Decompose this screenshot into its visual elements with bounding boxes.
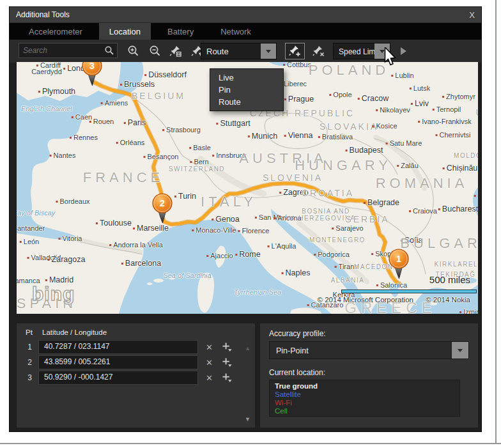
map-label: Vienna	[284, 131, 313, 140]
map-label: Rennes	[70, 134, 98, 141]
map-label: ROMANIA	[376, 175, 468, 192]
route-pin-1[interactable]: 1	[385, 249, 413, 284]
map-label: Amiens	[101, 99, 128, 107]
city-dot	[391, 75, 393, 77]
chevron-down-icon[interactable]	[261, 43, 276, 59]
map-label: L'Aquila	[268, 242, 297, 250]
map-label: Nantes	[50, 151, 76, 159]
latlng-input[interactable]: 40.7287 / 023.1147	[38, 340, 198, 354]
map-label: CROATIA	[302, 188, 354, 198]
city-dot	[116, 142, 118, 144]
pin-clear-icon	[312, 45, 325, 58]
accuracy-profile-value: Pin-Point	[270, 342, 452, 359]
point-index: 3	[20, 373, 32, 382]
map-mode-dropdown[interactable]: Route	[201, 43, 277, 59]
map-label: SLOVAKIA	[320, 121, 378, 132]
search-box[interactable]	[19, 43, 118, 58]
close-icon[interactable]: X	[469, 11, 475, 19]
speed-limit-value: Speed Limit	[334, 43, 374, 59]
map-label: Andorra la Vella	[109, 241, 163, 249]
city-dot	[283, 64, 285, 66]
city-dot	[410, 88, 412, 89]
locate-point-button[interactable]	[222, 373, 233, 383]
option-pin[interactable]: Pin	[210, 84, 283, 96]
latlng-input[interactable]: 50.9290 / -000.1427	[38, 371, 198, 385]
city-dot	[45, 279, 47, 281]
points-scrollbar[interactable]: ▲ ▼	[243, 341, 252, 424]
locate-point-button[interactable]	[222, 342, 233, 353]
add-point-button[interactable]	[285, 43, 305, 59]
map-label: MOLDOVA	[454, 152, 478, 159]
locate-point-button[interactable]	[222, 357, 233, 368]
city-dot	[314, 254, 316, 256]
tab-location[interactable]: Location	[99, 23, 151, 40]
frame-shadow-bottom	[0, 443, 501, 444]
map-label: Bordeaux	[56, 197, 89, 205]
city-dot	[474, 195, 476, 197]
map-label: Monaco-Ville	[192, 226, 236, 234]
map-label: SERBIA	[345, 214, 389, 224]
location-source-satellite: Satellite	[275, 390, 454, 399]
city-dot	[436, 134, 438, 136]
additional-tools-window: Additional Tools X AccelerometerLocation…	[9, 6, 482, 432]
map-label: Rouen	[89, 118, 114, 125]
zoom-out-button[interactable]	[146, 43, 164, 59]
city-dot	[48, 259, 50, 261]
map-label: Barcelona	[121, 259, 161, 268]
map-label: Bucharest	[438, 205, 478, 213]
point-index: 2	[20, 358, 32, 367]
title-bar: Additional Tools X	[10, 7, 481, 23]
accuracy-profile-label: Accuracy profile:	[269, 329, 326, 338]
route-pin-2[interactable]: 2	[148, 193, 176, 229]
attribution-microsoft: © 2014 Microsoft Corporation	[318, 296, 413, 304]
location-source-true-ground: True ground	[275, 382, 454, 390]
city-dot	[372, 125, 374, 127]
latlng-input[interactable]: 43.8599 / 005.2261	[38, 355, 198, 369]
delete-point-button[interactable]: ✕	[206, 358, 213, 367]
map-label: Chernivtsi	[436, 131, 471, 139]
tab-accelerometer[interactable]: Accelerometer	[19, 23, 93, 40]
clear-points-button[interactable]	[310, 43, 328, 59]
chevron-down-icon[interactable]	[452, 342, 468, 359]
map-label: Bratislava	[318, 133, 353, 141]
city-dot	[59, 238, 61, 240]
window-title: Additional Tools	[16, 10, 70, 19]
accuracy-profile-dropdown[interactable]: Pin-Point	[269, 341, 469, 359]
map-label: Toulouse	[96, 219, 132, 228]
option-live[interactable]: Live	[210, 72, 283, 84]
zoom-in-button[interactable]	[125, 43, 143, 59]
delete-point-button[interactable]: ✕	[206, 343, 213, 352]
scroll-up-icon[interactable]: ▲	[245, 345, 250, 351]
route-pin-3[interactable]: 3	[78, 62, 106, 91]
map-label: Nikolayev	[376, 106, 410, 114]
delete-point-button[interactable]: ✕	[206, 373, 213, 383]
map-label: Cottbus	[283, 62, 311, 68]
scroll-down-icon[interactable]: ▼	[245, 416, 250, 422]
city-dot	[89, 121, 91, 123]
city-dot	[120, 84, 122, 86]
city-dot	[364, 202, 366, 204]
speed-limit-dropdown[interactable]: Speed Limit	[333, 43, 390, 59]
save-points-button[interactable]	[167, 43, 185, 59]
tab-network[interactable]: Network	[210, 23, 261, 40]
svg-text:2: 2	[160, 198, 165, 208]
map-label: ALBANIA	[331, 277, 365, 284]
point-row: 243.8599 / 005.2261✕	[17, 356, 238, 369]
city-dot	[109, 244, 111, 246]
points-panel: Pt Latitude / Longitude 140.7287 / 023.1…	[17, 323, 255, 428]
map-label: Craiova	[409, 207, 437, 215]
map-label: Santander	[17, 224, 45, 232]
map-label: Turin	[174, 192, 196, 201]
search-input[interactable]	[19, 46, 104, 55]
map-label: Opole	[329, 91, 351, 98]
city-dot	[332, 228, 334, 229]
city-dot	[238, 230, 240, 232]
map-label: Belgrade	[364, 198, 399, 207]
city-dot	[190, 161, 192, 163]
crosshair-down-icon	[222, 357, 233, 368]
city-dot	[443, 167, 445, 169]
map-label: Sarajevo	[332, 224, 363, 232]
option-route[interactable]: Route	[210, 96, 283, 108]
tab-battery[interactable]: Battery	[157, 23, 204, 40]
map-label: Munich	[248, 132, 277, 141]
